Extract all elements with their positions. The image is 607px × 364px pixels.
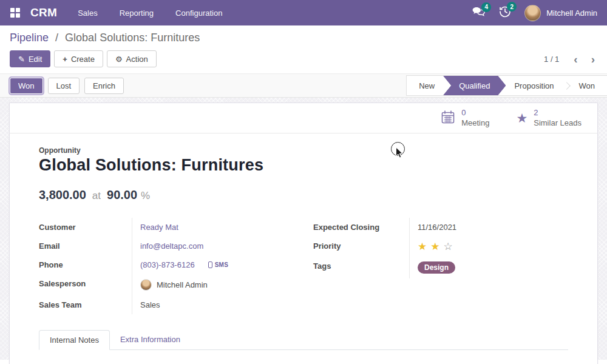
sheet-body: Opportunity Global Solutions: Furnitures… (10, 133, 597, 350)
tab-extra-information[interactable]: Extra Information (110, 330, 191, 349)
app-title[interactable]: CRM (30, 6, 57, 19)
calendar-icon (441, 110, 455, 127)
percent-sign: % (141, 190, 150, 202)
mouse-cursor-icon (395, 147, 405, 161)
email-label: Email (39, 237, 132, 255)
user-avatar (524, 5, 541, 21)
salesperson-value[interactable]: Mitchell Admin (157, 280, 208, 289)
action-button-label: Action (126, 55, 148, 64)
form-view-background: 0 Meeting ★ 2 Similar Leads Opportunity … (0, 98, 607, 360)
stage-new[interactable]: New (407, 76, 447, 95)
gear-icon: ⚙ (115, 55, 123, 63)
expected-closing-label: Expected Closing (313, 218, 409, 237)
toolbar: ✎ Edit + Create ⚙ Action 1 / 1 ‹ › (10, 50, 597, 67)
sms-label: SMS (215, 261, 229, 268)
stage-qualified[interactable]: Qualified (443, 76, 506, 95)
breadcrumb-current: Global Solutions: Furnitures (65, 32, 200, 44)
expected-closing-value[interactable]: 11/16/2021 (418, 223, 456, 232)
field-area: Customer Ready Mat Email info@deltapc.co… (39, 218, 568, 314)
form-sheet: 0 Meeting ★ 2 Similar Leads Opportunity … (9, 103, 598, 364)
plus-icon: + (63, 55, 67, 63)
status-row: Won Lost Enrich New Qualified Propositio… (0, 73, 607, 98)
activities-button[interactable]: 2 (499, 5, 511, 20)
control-panel: Pipeline / Global Solutions: Furnitures … (0, 25, 607, 73)
field-column-right: Expected Closing 11/16/2021 Priority ★ ★… (313, 218, 568, 314)
similar-leads-stat-button[interactable]: ★ 2 Similar Leads (516, 108, 582, 128)
customer-value-link[interactable]: Ready Mat (140, 223, 178, 232)
priority-label: Priority (313, 237, 409, 257)
expected-revenue-value: 3,800.00 (39, 188, 86, 202)
pager-next-button[interactable]: › (589, 53, 597, 65)
notebook-tabs: Internal Notes Extra Information (39, 330, 568, 350)
breadcrumb-separator: / (55, 32, 58, 44)
stage-bar: New Qualified Proposition Won (406, 75, 607, 96)
create-button[interactable]: + Create (54, 50, 103, 67)
action-button[interactable]: ⚙ Action (107, 50, 157, 67)
meeting-stat-button[interactable]: 0 Meeting (441, 108, 489, 128)
enrich-button[interactable]: Enrich (84, 78, 124, 94)
messages-button[interactable]: 4 (472, 6, 486, 20)
stat-button-row: 0 Meeting ★ 2 Similar Leads (10, 103, 597, 133)
lost-button[interactable]: Lost (48, 78, 80, 94)
sales-team-value[interactable]: Sales (140, 300, 160, 309)
edit-button-label: Edit (29, 55, 42, 64)
nav-menu-sales[interactable]: Sales (78, 8, 98, 18)
stage-proposition[interactable]: Proposition (502, 76, 566, 95)
record-type-label: Opportunity (39, 146, 568, 155)
phone-value-link[interactable]: (803)-873-6126 (140, 260, 195, 269)
apps-grid-icon[interactable] (10, 7, 21, 18)
breadcrumb: Pipeline / Global Solutions: Furnitures (10, 32, 597, 44)
star-empty-icon[interactable]: ☆ (444, 241, 454, 252)
nav-menu-configuration[interactable]: Configuration (175, 8, 222, 18)
edit-button[interactable]: ✎ Edit (10, 50, 50, 67)
tab-internal-notes[interactable]: Internal Notes (39, 330, 110, 350)
pager-counter: 1 / 1 (544, 55, 559, 64)
meeting-label: Meeting (461, 118, 489, 128)
meeting-count: 0 (461, 108, 489, 118)
similar-leads-count: 2 (534, 108, 582, 118)
pencil-icon: ✎ (18, 55, 25, 63)
star-filled-icon[interactable]: ★ (430, 241, 441, 252)
email-value-link[interactable]: info@deltapc.com (140, 241, 203, 251)
messages-badge: 4 (481, 2, 491, 12)
user-name: Mitchell Admin (546, 8, 597, 18)
nav-menu-reporting[interactable]: Reporting (120, 8, 154, 18)
pager-prev-button[interactable]: ‹ (571, 53, 580, 65)
star-filled-icon[interactable]: ★ (418, 241, 428, 252)
pager: 1 / 1 ‹ › (544, 53, 597, 65)
tags-label: Tags (313, 257, 409, 278)
mobile-phone-icon (208, 261, 212, 268)
opportunity-title: Global Solutions: Furnitures (39, 156, 568, 175)
activities-badge: 2 (507, 2, 517, 12)
at-label: at (92, 190, 101, 202)
sales-team-label: Sales Team (39, 295, 132, 314)
field-column-left: Customer Ready Mat Email info@deltapc.co… (39, 218, 313, 314)
user-menu[interactable]: Mitchell Admin (524, 5, 597, 21)
top-navbar: CRM Sales Reporting Configuration 4 2 (0, 0, 607, 25)
revenue-row: 3,800.00 at 90.00 % (39, 188, 568, 202)
won-button[interactable]: Won (10, 78, 43, 94)
probability-value: 90.00 (107, 188, 137, 202)
priority-stars: ★ ★ ☆ (409, 237, 568, 257)
navbar-right: 4 2 Mitchell Admin (472, 5, 597, 21)
sms-button[interactable]: SMS (208, 261, 229, 268)
similar-leads-label: Similar Leads (534, 118, 582, 128)
customer-label: Customer (39, 218, 132, 237)
star-icon: ★ (516, 112, 527, 124)
stage-won[interactable]: Won (567, 76, 607, 95)
create-button-label: Create (71, 55, 95, 64)
salesperson-label: Salesperson (39, 274, 132, 295)
salesperson-avatar (140, 279, 152, 291)
breadcrumb-pipeline-link[interactable]: Pipeline (10, 32, 49, 44)
tag-design-badge[interactable]: Design (418, 261, 455, 274)
phone-label: Phone (39, 255, 132, 274)
